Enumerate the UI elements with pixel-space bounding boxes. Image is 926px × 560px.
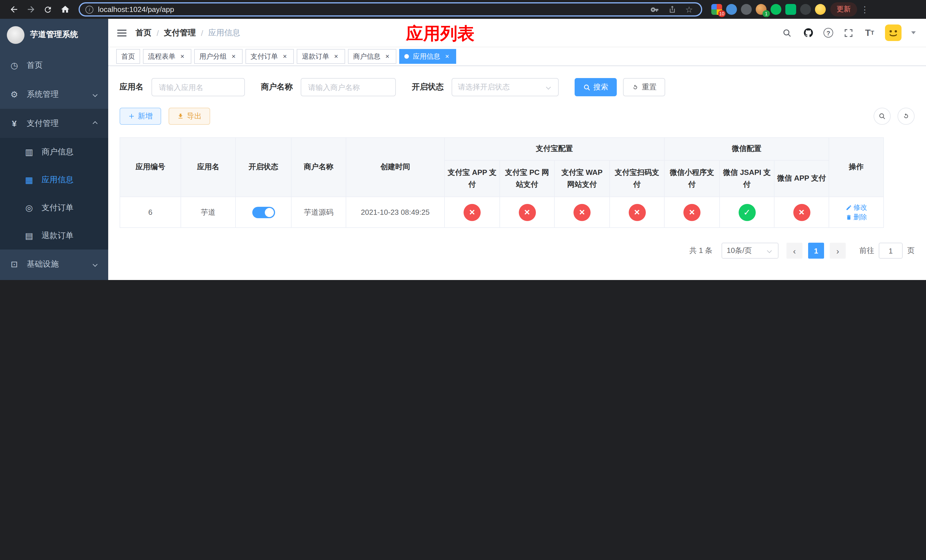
prev-page-button[interactable]: ‹ bbox=[787, 243, 802, 259]
close-icon[interactable] bbox=[443, 52, 451, 61]
sidebar-item-app-info[interactable]: ▦ 应用信息 bbox=[0, 166, 108, 194]
bookmark-star-icon[interactable]: ☆ bbox=[683, 3, 695, 16]
total-count: 共 1 条 bbox=[689, 245, 713, 256]
extension-grid-icon[interactable]: 10 bbox=[711, 4, 722, 15]
close-icon[interactable] bbox=[281, 52, 289, 61]
app-logo[interactable]: 芋道管理系统 bbox=[0, 19, 108, 51]
cell-merchant: 芋道源码 bbox=[291, 197, 346, 228]
breadcrumb-payment[interactable]: 支付管理 bbox=[164, 28, 196, 38]
next-page-button[interactable]: › bbox=[830, 243, 846, 259]
table-toolbar: 新增 导出 bbox=[120, 107, 915, 125]
browser-back-icon[interactable] bbox=[6, 2, 22, 17]
tags-view: 首页 流程表单 用户分组 支付订单 退款订单 商户信息 应用信息 bbox=[108, 47, 926, 66]
close-icon[interactable] bbox=[383, 52, 391, 61]
search-button[interactable]: 搜索 bbox=[575, 78, 617, 96]
status-select[interactable]: 请选择开启状态 bbox=[452, 78, 559, 96]
refresh-icon[interactable] bbox=[897, 107, 915, 125]
navbar-actions bbox=[781, 24, 926, 41]
goto-page-input[interactable] bbox=[879, 243, 903, 259]
edit-link[interactable]: 修改 bbox=[846, 203, 867, 212]
sidebar-item-refund-order[interactable]: ▤ 退款订单 bbox=[0, 222, 108, 250]
browser-toolbar: i localhost:1024/pay/app ☆ 10 1 更新 ⋮ bbox=[0, 0, 926, 19]
tab-user-group[interactable]: 用户分组 bbox=[194, 49, 243, 64]
browser-home-icon[interactable] bbox=[57, 2, 73, 17]
merchant-name-input[interactable] bbox=[301, 78, 396, 96]
tab-pay-order[interactable]: 支付订单 bbox=[245, 49, 294, 64]
tab-process-form[interactable]: 流程表单 bbox=[143, 49, 191, 64]
search-icon[interactable] bbox=[781, 27, 793, 38]
extension-icon[interactable] bbox=[726, 4, 737, 15]
status-toggle[interactable] bbox=[252, 206, 275, 218]
breadcrumb-home[interactable]: 首页 bbox=[136, 28, 151, 38]
col-alipay-qr: 支付宝扫码支付 bbox=[610, 160, 664, 197]
col-created: 创建时间 bbox=[346, 138, 445, 197]
alipay-qr-disabled-icon bbox=[628, 204, 646, 221]
password-key-icon[interactable] bbox=[649, 3, 661, 16]
sidebar-item-home[interactable]: ◷ 首页 bbox=[0, 51, 108, 80]
extension-badge: 10 bbox=[718, 10, 726, 17]
wechat-jsapi-enabled-icon bbox=[738, 204, 755, 221]
address-bar[interactable]: i localhost:1024/pay/app ☆ bbox=[79, 2, 702, 17]
col-actions: 操作 bbox=[829, 138, 884, 197]
extensions-cluster: 10 1 bbox=[711, 4, 826, 15]
fullscreen-icon[interactable] bbox=[843, 27, 854, 38]
page-1-button[interactable]: 1 bbox=[808, 243, 824, 259]
sidebar-item-payment[interactable]: ¥ 支付管理 bbox=[0, 109, 108, 138]
col-wechat-mini: 微信小程序支付 bbox=[664, 160, 720, 197]
page-title: 应用列表 bbox=[406, 22, 474, 45]
user-avatar[interactable] bbox=[885, 24, 902, 41]
extension-icon[interactable] bbox=[785, 4, 796, 15]
close-icon[interactable] bbox=[332, 52, 340, 61]
sidebar-item-merchant-info[interactable]: ▥ 商户信息 bbox=[0, 138, 108, 166]
tab-app-info[interactable]: 应用信息 bbox=[399, 49, 456, 64]
collapse-sidebar-icon[interactable] bbox=[108, 18, 136, 47]
app-name-input[interactable] bbox=[151, 78, 245, 96]
site-info-icon[interactable]: i bbox=[85, 5, 94, 14]
share-icon[interactable] bbox=[666, 3, 678, 16]
page-content: 应用名 商户名称 开启状态 请选择开启状态 bbox=[108, 66, 926, 280]
browser-profile-avatar[interactable] bbox=[815, 4, 826, 15]
page-unit-label: 页 bbox=[907, 245, 915, 256]
github-icon[interactable] bbox=[802, 27, 814, 38]
help-icon[interactable] bbox=[823, 28, 833, 38]
merchant-name-label: 商户名称 bbox=[261, 82, 293, 92]
tab-home[interactable]: 首页 bbox=[116, 49, 140, 64]
page-size-select[interactable]: 10条/页 bbox=[722, 243, 779, 259]
data-table: 应用编号 应用名 开启状态 商户名称 创建时间 支付宝配置 微信配置 操作 支付… bbox=[120, 137, 884, 228]
status-label: 开启状态 bbox=[412, 82, 443, 92]
tab-merchant-info[interactable]: 商户信息 bbox=[348, 49, 396, 64]
breadcrumb: 首页 / 支付管理 / 应用信息 bbox=[136, 28, 240, 38]
sidebar-item-system[interactable]: ⚙ 系统管理 bbox=[0, 80, 108, 109]
col-app-name: 应用名 bbox=[181, 138, 236, 197]
toggle-search-icon[interactable] bbox=[874, 107, 891, 125]
close-icon[interactable] bbox=[230, 52, 238, 61]
url-text[interactable]: localhost:1024/pay/app bbox=[98, 5, 644, 14]
browser-forward-icon[interactable] bbox=[23, 2, 39, 17]
browser-menu-icon[interactable]: ⋮ bbox=[858, 4, 872, 15]
screen: i localhost:1024/pay/app ☆ 10 1 更新 ⋮ bbox=[0, 0, 926, 280]
font-size-icon[interactable] bbox=[864, 27, 875, 38]
sidebar-item-pay-order[interactable]: ◎ 支付订单 bbox=[0, 194, 108, 222]
filter-form: 应用名 商户名称 开启状态 请选择开启状态 bbox=[120, 78, 915, 96]
close-icon[interactable] bbox=[178, 52, 186, 61]
sidebar-item-dev-tools[interactable]: ⊞ 研发工具 bbox=[0, 278, 108, 280]
browser-reload-icon[interactable] bbox=[40, 2, 56, 17]
chevron-down-icon[interactable] bbox=[911, 31, 916, 36]
extension-icon[interactable] bbox=[741, 4, 752, 15]
extension-icon[interactable] bbox=[770, 4, 781, 15]
browser-update-button[interactable]: 更新 bbox=[830, 2, 857, 17]
export-button[interactable]: 导出 bbox=[169, 107, 210, 125]
app-name-label: 应用名 bbox=[120, 82, 144, 92]
order-icon: ◎ bbox=[24, 203, 34, 213]
add-button[interactable]: 新增 bbox=[120, 107, 161, 125]
delete-link[interactable]: 删除 bbox=[846, 212, 867, 222]
top-navbar: 首页 / 支付管理 / 应用信息 应用列表 bbox=[108, 19, 926, 47]
reset-button[interactable]: 重置 bbox=[623, 78, 665, 96]
chevron-up-icon bbox=[93, 121, 98, 126]
tab-refund-order[interactable]: 退款订单 bbox=[297, 49, 345, 64]
extension-icon[interactable] bbox=[800, 4, 811, 15]
chevron-down-icon bbox=[546, 85, 551, 90]
profile-extension-icon[interactable]: 1 bbox=[756, 4, 767, 15]
document-icon: ▤ bbox=[24, 230, 34, 241]
sidebar-item-infrastructure[interactable]: ⊡ 基础设施 bbox=[0, 250, 108, 278]
